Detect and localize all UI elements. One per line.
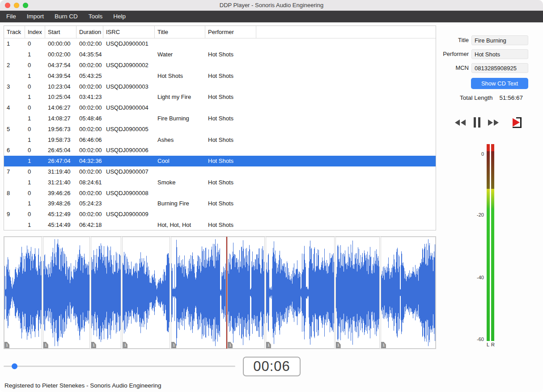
waveform-segment-track-5[interactable]: 1 [171, 237, 226, 349]
table-row[interactable]: 7031:19:4000:02:00USQDJ0900007 [4, 166, 436, 177]
cell-start: 10:23:04 [45, 83, 76, 90]
rewind-button[interactable] [454, 119, 467, 127]
table-row[interactable]: 139:48:2605:24:23Burning FireHot Shots [4, 198, 436, 209]
cell-index: 1 [25, 200, 45, 207]
cell-title: Light my Fire [155, 94, 205, 100]
column-header-title[interactable]: Title [155, 26, 205, 38]
table-row[interactable]: 110:25:0403:41:23Light my FireHot Shots [4, 92, 436, 102]
show-cd-text-button[interactable]: Show CD Text [471, 78, 528, 89]
menu-item-burn-cd[interactable]: Burn CD [49, 11, 83, 22]
column-header-index[interactable]: Index [25, 26, 45, 38]
playback-cursor[interactable] [226, 237, 227, 349]
mcn-field[interactable] [471, 63, 528, 73]
time-display: 00:06 [243, 357, 301, 376]
table-row[interactable]: 145:14:4906:42:18Hot, Hot, HotHot Shots [4, 220, 436, 230]
table-row[interactable]: 3010:23:0400:02:00USQDJ0900003 [4, 81, 436, 92]
table-row[interactable]: 100:02:0004:35:54WaterHot Shots [4, 49, 436, 60]
waveform-segment-track-4[interactable]: 1 [122, 237, 170, 349]
title-field[interactable] [471, 35, 528, 45]
app-window: DDP Player - Sonoris Audio Engineering F… [0, 0, 543, 392]
column-header-isrc[interactable]: ISRC [103, 26, 155, 38]
cell-isrc: USQDJ0900004 [103, 104, 155, 111]
cell-duration: 00:02:00 [76, 104, 103, 111]
cell-start: 04:39:54 [45, 72, 76, 79]
cell-index: 0 [25, 104, 45, 111]
waveform-segment-track-8[interactable]: 1 [335, 237, 380, 349]
performer-field[interactable] [471, 49, 528, 59]
registration-status: Registered to Pieter Stenekes - Sonoris … [4, 382, 161, 389]
cell-isrc: USQDJ0900001 [103, 40, 155, 47]
cell-duration: 04:32:36 [76, 158, 103, 164]
cell-performer: Hot Shots [205, 222, 256, 228]
waveform-segment-track-9[interactable]: 1 [381, 237, 436, 349]
waveform-segment-track-1[interactable]: 1 [4, 237, 42, 349]
meter-yellow-segment [491, 189, 494, 209]
cell-start: 19:56:73 [45, 126, 76, 132]
cell-track: 7 [4, 168, 25, 175]
menu-item-file[interactable]: File [1, 11, 21, 22]
waveform-segment-track-7[interactable]: 1 [266, 237, 335, 349]
meter-scale-label: -60 [477, 337, 484, 342]
table-row[interactable]: 4014:06:2700:02:00USQDJ0900004 [4, 102, 436, 113]
cell-duration: 00:02:00 [76, 62, 103, 68]
cell-duration: 00:02:00 [76, 40, 103, 47]
cell-index: 1 [25, 136, 45, 143]
table-row[interactable]: 2004:37:5400:02:00USQDJ0900002 [4, 60, 436, 71]
cell-duration: 00:02:00 [76, 83, 103, 90]
column-header-track[interactable]: Track [4, 26, 25, 38]
menu-item-help[interactable]: Help [108, 11, 131, 22]
cell-isrc: USQDJ0900006 [103, 147, 155, 153]
cell-performer: Hot Shots [205, 115, 256, 122]
table-row[interactable]: 114:08:2705:48:46Fire BurningHot Shots [4, 113, 436, 124]
table-row[interactable]: 131:21:4008:24:61SmokeHot Shots [4, 177, 436, 187]
table-row[interactable]: 104:39:5405:43:25Hot ShotsHot Shots [4, 70, 436, 81]
meter-green-segment [487, 209, 490, 341]
cell-track: 8 [4, 190, 25, 196]
cell-performer: Hot Shots [205, 136, 256, 143]
menubar: FileImportBurn CDToolsHelp [0, 11, 543, 22]
total-length: Total Length 51:56:67 [460, 94, 523, 101]
table-row[interactable]: 5019:56:7300:02:00USQDJ0900005 [4, 124, 436, 134]
performer-label: Performer [424, 49, 469, 59]
cell-duration: 00:02:00 [76, 211, 103, 217]
cell-duration: 06:42:18 [76, 222, 103, 228]
play-to-marker-icon [511, 124, 524, 131]
waveform-segment-track-3[interactable]: 1 [91, 237, 121, 349]
track-table: TrackIndexStartDurationISRCTitlePerforme… [4, 26, 436, 230]
waveform-canvas [171, 237, 226, 348]
column-header-start[interactable]: Start [45, 26, 76, 38]
cell-index: 0 [25, 62, 45, 68]
meter-peak-segment [487, 144, 490, 151]
table-row[interactable]: 1000:00:0000:02:00USQDJ0900001 [4, 38, 436, 49]
cell-duration: 00:02:00 [76, 190, 103, 196]
cell-duration: 03:41:23 [76, 94, 103, 100]
cell-title: Hot, Hot, Hot [155, 222, 205, 228]
cell-start: 26:45:04 [45, 147, 76, 153]
play-to-marker-button[interactable] [511, 116, 524, 129]
waveform-segment-track-2[interactable]: 1 [43, 237, 90, 349]
menu-item-tools[interactable]: Tools [83, 11, 108, 22]
waveform-segment-track-6[interactable]: 1 [227, 237, 265, 349]
column-header-performer[interactable]: Performer [205, 26, 256, 38]
meter-dim-segment [491, 151, 494, 189]
column-header-duration[interactable]: Duration [76, 26, 103, 38]
table-row[interactable]: 119:58:7306:46:06AshesHot Shots [4, 134, 436, 145]
title-label: Title [424, 35, 469, 45]
total-length-value: 51:56:67 [500, 94, 523, 101]
seek-slider-thumb[interactable] [12, 363, 17, 369]
cell-title: Water [155, 51, 205, 58]
cell-index: 0 [25, 190, 45, 196]
seek-slider-track[interactable] [4, 366, 235, 367]
cell-start: 14:08:27 [45, 115, 76, 122]
table-row[interactable]: 9045:12:4900:02:00USQDJ0900009 [4, 209, 436, 220]
table-row-selected[interactable]: 126:47:0404:32:36CoolHot Shots [4, 156, 436, 166]
cell-performer: Hot Shots [205, 158, 256, 164]
table-row[interactable]: 6026:45:0400:02:00USQDJ0900006 [4, 145, 436, 156]
waveform-panel[interactable]: 111111111 [4, 236, 436, 349]
pause-button[interactable] [473, 117, 481, 128]
fast-forward-button[interactable] [487, 119, 499, 127]
meter-channel-right-label: R [491, 342, 495, 347]
cell-duration: 08:24:61 [76, 179, 103, 186]
table-row[interactable]: 8039:46:2600:02:00USQDJ0900008 [4, 187, 436, 198]
menu-item-import[interactable]: Import [21, 11, 49, 22]
